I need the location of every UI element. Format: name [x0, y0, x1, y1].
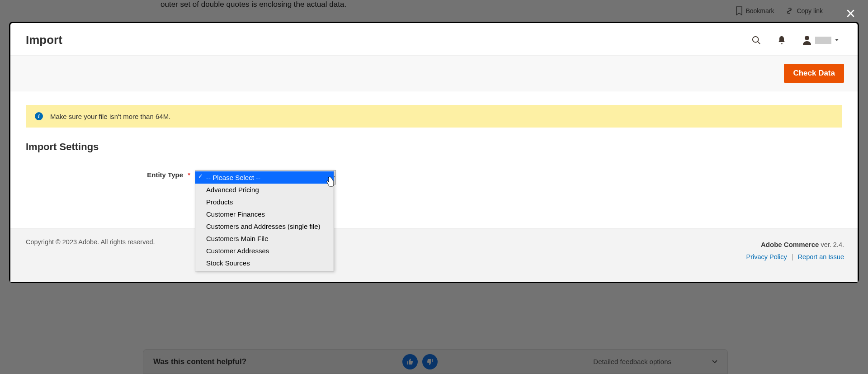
- dropdown-option[interactable]: Customers Main File: [195, 232, 334, 245]
- feedback-bar: Was this content helpful? Detailed feedb…: [143, 349, 728, 374]
- background-paragraph: outer set of double quotes is enclosing …: [160, 0, 540, 9]
- info-icon: i: [35, 112, 43, 120]
- link-icon: [785, 6, 794, 15]
- dropdown-option[interactable]: Customer Addresses: [195, 245, 334, 257]
- info-banner: i Make sure your file isn't more than 64…: [26, 105, 842, 128]
- action-bar: Check Data: [10, 55, 858, 91]
- footer-separator: |: [792, 253, 793, 260]
- copy-link-label: Copy link: [797, 7, 823, 14]
- required-asterisk: *: [188, 171, 190, 179]
- user-icon: [802, 35, 811, 45]
- dropdown-option[interactable]: Customers and Addresses (single file): [195, 220, 334, 232]
- modal-title: Import: [26, 33, 62, 47]
- entity-type-row: Entity Type * -- Please Select --Advance…: [26, 170, 842, 185]
- info-banner-text: Make sure your file isn't more than 64M.: [50, 113, 170, 120]
- dropdown-option[interactable]: Products: [195, 196, 334, 208]
- import-settings-heading: Import Settings: [26, 141, 842, 153]
- dropdown-option[interactable]: Stock Sources: [195, 257, 334, 269]
- dropdown-option[interactable]: Advanced Pricing: [195, 184, 334, 196]
- account-menu[interactable]: [802, 35, 839, 45]
- bookmark-icon: [736, 6, 743, 15]
- caret-down-icon: [835, 39, 839, 41]
- feedback-prompt: Was this content helpful?: [153, 357, 246, 366]
- import-modal: Import Check Data i Make sure your file …: [9, 22, 859, 283]
- thumbs-up-button[interactable]: [402, 354, 418, 369]
- product-name: Adobe Commerce: [761, 241, 819, 248]
- close-modal-button[interactable]: ×: [846, 5, 855, 22]
- modal-header: Import: [26, 29, 842, 55]
- search-icon: [752, 35, 761, 45]
- privacy-policy-link[interactable]: Privacy Policy: [746, 253, 787, 260]
- thumbs-up-icon: [406, 358, 414, 365]
- dropdown-option[interactable]: Customer Finances: [195, 208, 334, 220]
- detailed-feedback-label: Detailed feedback options: [593, 358, 671, 365]
- copyright-text: Copyright © 2023 Adobe. All rights reser…: [26, 238, 155, 246]
- bell-icon: [777, 35, 786, 45]
- chevron-down-icon: [712, 360, 717, 364]
- report-issue-link[interactable]: Report an Issue: [798, 253, 844, 260]
- bookmark-label: Bookmark: [745, 7, 774, 14]
- notifications-button[interactable]: [777, 36, 786, 45]
- product-version: ver. 2.4.: [821, 241, 844, 248]
- copy-link-action[interactable]: Copy link: [785, 6, 823, 15]
- search-button[interactable]: [752, 36, 761, 45]
- detailed-feedback-select[interactable]: Detailed feedback options: [593, 358, 717, 365]
- bookmark-action[interactable]: Bookmark: [736, 6, 774, 15]
- thumbs-down-button[interactable]: [422, 354, 438, 369]
- svg-point-0: [753, 36, 759, 42]
- check-data-button[interactable]: Check Data: [784, 64, 844, 83]
- modal-footer: Copyright © 2023 Adobe. All rights reser…: [10, 228, 858, 282]
- svg-point-2: [805, 36, 809, 40]
- account-name-placeholder: [815, 37, 831, 44]
- entity-type-label: Entity Type: [147, 171, 183, 179]
- entity-type-dropdown: -- Please Select --Advanced PricingProdu…: [195, 170, 334, 271]
- thumbs-down-icon: [426, 358, 434, 365]
- dropdown-option[interactable]: -- Please Select --: [195, 171, 334, 184]
- svg-line-1: [758, 41, 760, 43]
